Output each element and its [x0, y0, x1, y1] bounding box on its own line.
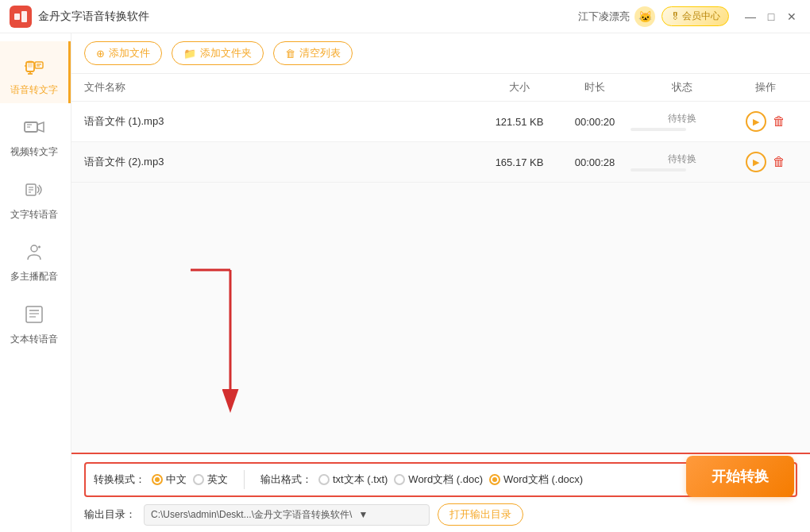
- radio-chinese-circle: [152, 474, 163, 485]
- add-file-icon: ⊕: [96, 48, 105, 60]
- user-name: 江下凌漂亮: [578, 10, 630, 24]
- sidebar-label-text-convert: 文本转语音: [10, 333, 58, 345]
- svg-rect-4: [28, 60, 33, 67]
- toolbar: ⊕ 添加文件 📁 添加文件夹 🗑 清空列表: [71, 33, 810, 74]
- text-to-speech-icon: [20, 175, 48, 204]
- titlebar: 金丹文字语音转换软件 江下凌漂亮 🐱 🎖 会员中心 — □ ✕: [0, 0, 810, 33]
- user-avatar: 🐱: [634, 6, 655, 27]
- svg-rect-0: [14, 13, 20, 20]
- col-header-name: 文件名称: [84, 80, 480, 94]
- output-row: 输出目录： C:\Users\admin\Deskt...\金丹文字语音转换软件…: [84, 503, 797, 526]
- file-size-1: 121.51 KB: [480, 116, 559, 128]
- svg-point-20: [31, 245, 37, 252]
- file-status-2: 待转换: [631, 152, 734, 172]
- output-format-label: 输出格式：: [260, 472, 312, 487]
- output-dir-label: 输出目录：: [84, 507, 136, 522]
- status-bar-2: [631, 168, 686, 172]
- vip-label: 会员中心: [682, 10, 720, 23]
- svg-rect-1: [21, 11, 27, 22]
- format-txt[interactable]: txt文本 (.txt): [318, 472, 388, 487]
- status-label-1: 待转换: [668, 112, 696, 125]
- delete-button-2[interactable]: 🗑: [773, 155, 785, 169]
- sidebar-item-speech-to-text[interactable]: 语音转文字: [0, 41, 71, 103]
- sidebar-item-video-to-text[interactable]: 视频转文字: [0, 103, 71, 165]
- table-row: 语音文件 (2).mp3 165.17 KB 00:00:28 待转换 ▶ 🗑: [71, 142, 810, 183]
- radio-english-circle: [193, 474, 204, 485]
- text-convert-icon: [20, 300, 48, 329]
- add-folder-label: 添加文件夹: [200, 46, 252, 60]
- play-button-1[interactable]: ▶: [746, 111, 766, 132]
- maximize-button[interactable]: □: [762, 8, 780, 25]
- sidebar-label-video-to-text: 视频转文字: [10, 146, 58, 157]
- file-name-1: 语音文件 (1).mp3: [84, 114, 480, 129]
- add-file-button[interactable]: ⊕ 添加文件: [84, 41, 162, 65]
- file-table: 语音文件 (1).mp3 121.51 KB 00:00:20 待转换 ▶ 🗑: [71, 102, 810, 453]
- svg-rect-9: [35, 62, 43, 68]
- sidebar: 语音转文字 视频转文字: [0, 33, 71, 532]
- video-to-text-icon: [20, 113, 48, 141]
- col-header-status: 状态: [631, 80, 734, 94]
- multi-dub-icon: [20, 237, 48, 266]
- svg-marker-13: [37, 122, 44, 132]
- add-folder-button[interactable]: 📁 添加文件夹: [172, 41, 264, 65]
- speech-to-text-icon: [20, 51, 48, 79]
- svg-rect-12: [25, 122, 37, 132]
- file-name-2: 语音文件 (2).mp3: [84, 155, 480, 169]
- add-folder-icon: 📁: [183, 48, 196, 60]
- radio-english-label: 英文: [207, 472, 228, 487]
- format-doc-circle: [394, 474, 405, 485]
- file-duration-1: 00:00:20: [559, 116, 631, 128]
- add-file-label: 添加文件: [109, 46, 150, 60]
- format-docx-label: Word文档 (.docx): [503, 472, 583, 487]
- clear-icon: 🗑: [285, 48, 295, 60]
- table-header: 文件名称 大小 时长 状态 操作: [71, 74, 810, 102]
- format-docx[interactable]: Word文档 (.docx): [489, 472, 583, 487]
- clear-label: 清空列表: [299, 46, 341, 60]
- delete-button-1[interactable]: 🗑: [773, 114, 785, 129]
- radio-chinese-label: 中文: [166, 472, 187, 487]
- radio-english[interactable]: 英文: [193, 472, 228, 487]
- divider-1: [244, 470, 245, 489]
- format-txt-circle: [318, 474, 330, 485]
- window-controls: — □ ✕: [742, 8, 800, 25]
- user-info: 江下凌漂亮 🐱: [578, 6, 655, 27]
- action-icons-1: ▶ 🗑: [734, 111, 797, 132]
- format-docx-dot: [492, 477, 497, 482]
- sidebar-item-multi-dub[interactable]: 多主播配音: [0, 228, 71, 290]
- col-header-size: 大小: [480, 80, 559, 94]
- sidebar-label-text-to-speech: 文字转语音: [10, 209, 58, 220]
- format-doc[interactable]: Word文档 (.doc): [394, 472, 483, 487]
- minimize-button[interactable]: —: [742, 8, 759, 25]
- play-button-2[interactable]: ▶: [746, 152, 766, 172]
- format-txt-label: txt文本 (.txt): [333, 472, 388, 487]
- file-action-1: ▶ 🗑: [734, 111, 797, 132]
- sidebar-item-text-convert[interactable]: 文本转语音: [0, 291, 71, 353]
- file-duration-2: 00:00:28: [559, 156, 631, 168]
- titlebar-right: 江下凌漂亮 🐱 🎖 会员中心 — □ ✕: [578, 6, 800, 27]
- output-path-text: C:\Users\admin\Deskt...\金丹文字语音转换软件\: [151, 508, 352, 522]
- radio-chinese[interactable]: 中文: [152, 472, 187, 487]
- radio-chinese-dot: [155, 477, 160, 482]
- sidebar-label-multi-dub: 多主播配音: [10, 271, 58, 282]
- format-doc-label: Word文档 (.doc): [408, 472, 483, 487]
- action-icons-2: ▶ 🗑: [734, 152, 797, 172]
- status-label-2: 待转换: [668, 152, 696, 166]
- start-convert-button[interactable]: 开始转换: [686, 456, 794, 497]
- file-status-1: 待转换: [631, 112, 734, 131]
- close-button[interactable]: ✕: [783, 8, 800, 25]
- file-size-2: 165.17 KB: [480, 156, 559, 168]
- convert-mode-label: 转换模式：: [94, 472, 145, 487]
- output-path: C:\Users\admin\Deskt...\金丹文字语音转换软件\ ▼: [144, 504, 430, 526]
- vip-button[interactable]: 🎖 会员中心: [662, 6, 729, 26]
- format-docx-circle: [489, 474, 500, 485]
- output-format-group: 输出格式： txt文本 (.txt) Word文档 (.doc) Word文档 …: [260, 472, 583, 487]
- clear-list-button[interactable]: 🗑 清空列表: [273, 41, 353, 65]
- sidebar-item-text-to-speech[interactable]: 文字转语音: [0, 166, 71, 228]
- app-logo: [10, 6, 32, 28]
- file-action-2: ▶ 🗑: [734, 152, 797, 172]
- sidebar-label-speech-to-text: 语音转文字: [10, 84, 58, 95]
- convert-mode-group: 转换模式： 中文 英文: [94, 472, 228, 487]
- open-dir-button[interactable]: 打开输出目录: [438, 503, 523, 526]
- dropdown-icon[interactable]: ▼: [358, 509, 368, 520]
- app-title: 金丹文字语音转换软件: [38, 10, 149, 24]
